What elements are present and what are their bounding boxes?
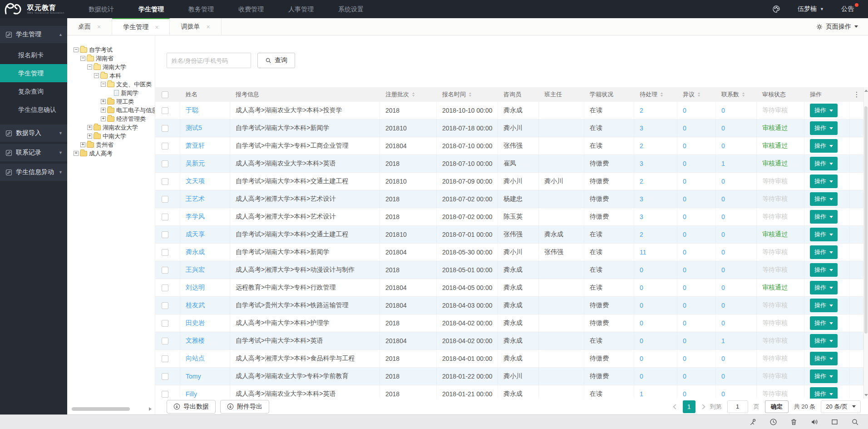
tree-hscrollbar-thumb[interactable]	[72, 407, 130, 411]
tree-node[interactable]: −湖南省	[72, 54, 155, 63]
row-checkbox[interactable]	[162, 107, 168, 114]
zoom-icon[interactable]	[851, 418, 859, 426]
student-name-link[interactable]: 于聪	[186, 106, 198, 115]
expand-toggle-icon[interactable]: +	[87, 134, 92, 139]
sort-icon[interactable]: ▲▼	[697, 92, 700, 97]
action-button[interactable]: 操作	[810, 334, 838, 348]
tab[interactable]: 桌面×	[67, 18, 112, 35]
objection-count-link[interactable]: 0	[683, 355, 686, 362]
action-button[interactable]: 操作	[810, 228, 838, 241]
pending-count-link[interactable]: 0	[640, 337, 643, 344]
contact-count-link[interactable]: 0	[721, 373, 725, 380]
sort-icon[interactable]: ▲▼	[469, 92, 472, 97]
action-button[interactable]: 操作	[810, 369, 838, 383]
student-name-link[interactable]: 龚永成	[186, 248, 205, 256]
close-icon[interactable]: ×	[97, 24, 101, 30]
student-name-link[interactable]: 王艺术	[186, 195, 205, 203]
nav-menu-item[interactable]: 学生管理	[126, 0, 176, 18]
sidebar-item[interactable]: 报名刷卡	[0, 46, 67, 64]
pending-count-link[interactable]: 2	[640, 142, 643, 150]
action-button[interactable]: 操作	[810, 352, 838, 365]
contact-count-link[interactable]: 0	[721, 142, 725, 150]
action-button[interactable]: 操作	[810, 139, 838, 153]
pending-count-link[interactable]: 0	[640, 319, 643, 327]
page-number-1[interactable]: 1	[683, 400, 695, 413]
page-actions-button[interactable]: 页面操作	[806, 18, 868, 35]
action-button[interactable]: 操作	[810, 192, 838, 206]
row-checkbox[interactable]	[162, 196, 168, 203]
row-checkbox[interactable]	[162, 284, 168, 291]
expand-toggle-icon[interactable]: +	[80, 142, 85, 147]
volume-icon[interactable]	[810, 418, 818, 426]
tree-node[interactable]: −本科	[72, 71, 155, 80]
student-name-link[interactable]: 田史岩	[186, 319, 205, 327]
row-checkbox[interactable]	[162, 373, 168, 380]
goto-page-input[interactable]	[727, 400, 748, 413]
row-checkbox[interactable]	[162, 178, 168, 185]
theme-palette-icon[interactable]	[772, 5, 780, 13]
app-logo[interactable]: 双元教育 BBS Vocational Education	[0, 0, 76, 18]
objection-count-link[interactable]: 0	[683, 231, 686, 238]
nav-menu-item[interactable]: 数据统计	[76, 0, 126, 18]
tree-node[interactable]: −湖南大学	[72, 63, 155, 71]
tree-node[interactable]: +湖南农业大学	[72, 123, 155, 132]
pending-count-link[interactable]: 0	[640, 373, 643, 380]
tree-node[interactable]: 新闻学	[72, 89, 155, 97]
nav-menu-item[interactable]: 收费管理	[226, 0, 276, 18]
nav-menu-item[interactable]: 人事管理	[276, 0, 326, 18]
student-name-link[interactable]: 向站点	[186, 354, 205, 363]
contact-count-link[interactable]: 0	[721, 231, 725, 238]
action-button[interactable]: 操作	[810, 299, 838, 312]
collapse-toggle-icon[interactable]: −	[94, 73, 99, 78]
student-name-link[interactable]: 文雅楼	[186, 337, 205, 345]
sort-icon[interactable]: ▲▼	[660, 92, 663, 97]
tree-node[interactable]: +成人高考	[72, 149, 155, 158]
history-icon[interactable]	[769, 418, 777, 426]
student-name-link[interactable]: 吴新元	[186, 160, 205, 168]
collapse-toggle-icon[interactable]: −	[74, 47, 79, 52]
collapse-toggle-icon[interactable]: −	[87, 65, 92, 70]
tree-node[interactable]: +贵州省	[72, 140, 155, 149]
contact-count-link[interactable]: 0	[721, 249, 725, 256]
row-checkbox[interactable]	[162, 355, 168, 362]
row-checkbox[interactable]	[162, 125, 168, 132]
contact-count-link[interactable]: 0	[721, 195, 725, 203]
tree-node[interactable]: +电工电子与信息类	[72, 106, 155, 115]
pending-count-link[interactable]: 3	[640, 160, 643, 167]
objection-count-link[interactable]: 0	[683, 107, 686, 114]
objection-count-link[interactable]: 0	[683, 390, 686, 398]
search-input[interactable]	[167, 53, 251, 68]
user-menu[interactable]: 伍梦楠 ▼	[798, 5, 824, 13]
contact-count-link[interactable]: 0	[721, 107, 725, 114]
prev-page-icon[interactable]	[673, 404, 678, 409]
tree-node[interactable]: −文史、中医类	[72, 80, 155, 89]
next-page-icon[interactable]	[700, 404, 705, 409]
action-button[interactable]: 操作	[810, 316, 838, 330]
row-checkbox[interactable]	[162, 249, 168, 256]
student-name-link[interactable]: 王兴宏	[186, 266, 205, 274]
action-button[interactable]: 操作	[810, 387, 838, 399]
student-name-link[interactable]: 成天享	[186, 230, 205, 239]
vertical-scrollbar[interactable]	[863, 87, 868, 399]
objection-count-link[interactable]: 0	[683, 319, 686, 327]
sort-icon[interactable]: ▲▼	[742, 92, 745, 97]
contact-count-link[interactable]: 0	[721, 213, 725, 220]
sidebar-group-header[interactable]: 学生信息异动▼	[0, 164, 67, 181]
tree-node[interactable]: +经济管理类	[72, 115, 155, 123]
scrollbar-thumb[interactable]	[864, 106, 868, 334]
action-button[interactable]: 操作	[810, 121, 838, 135]
pending-count-link[interactable]: 11	[640, 249, 646, 256]
objection-count-link[interactable]: 0	[683, 160, 686, 167]
contact-count-link[interactable]: 1	[721, 337, 725, 344]
select-all-checkbox[interactable]	[162, 91, 168, 98]
objection-count-link[interactable]: 0	[683, 373, 686, 380]
row-checkbox[interactable]	[162, 143, 168, 150]
student-name-link[interactable]: 萧亚轩	[186, 142, 205, 150]
action-button[interactable]: 操作	[810, 157, 838, 170]
pending-count-link[interactable]: 2	[640, 107, 643, 114]
row-checkbox[interactable]	[162, 214, 168, 220]
sidebar-item[interactable]: 学生信息确认	[0, 100, 67, 119]
contact-count-link[interactable]: 0	[721, 355, 725, 362]
row-checkbox[interactable]	[162, 231, 168, 238]
pending-count-link[interactable]: 0	[640, 355, 643, 362]
